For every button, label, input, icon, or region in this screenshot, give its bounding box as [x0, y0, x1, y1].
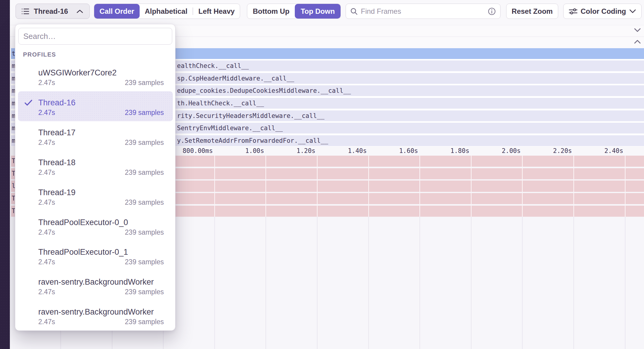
gridline — [368, 193, 369, 204]
reset-zoom-button[interactable]: Reset Zoom — [506, 4, 558, 19]
profile-duration: 2.47s — [38, 228, 55, 237]
segment-option-left-heavy[interactable]: Left Heavy — [193, 4, 240, 19]
chevron-down-icon[interactable] — [634, 28, 641, 34]
profile-duration: 2.47s — [38, 138, 55, 147]
toolbar: Thread-16 Call OrderAlphabeticalLeft Hea… — [10, 0, 644, 25]
gridline — [573, 168, 574, 179]
profile-item-Thread-16[interactable]: Thread-162.47s239 samples — [18, 91, 173, 121]
gridline — [471, 168, 471, 179]
gridline — [522, 168, 523, 179]
list-icon — [21, 7, 30, 15]
gridline — [471, 206, 471, 217]
profile-name: Thread-18 — [38, 157, 76, 168]
gridline — [573, 206, 574, 217]
find-frames-input[interactable] — [346, 4, 500, 19]
profiles-search-input[interactable] — [18, 28, 172, 45]
axis-tick-label: 1.00s — [245, 146, 264, 156]
gridline — [368, 217, 369, 349]
profile-item-Thread-18[interactable]: Thread-182.47s239 samples — [18, 151, 173, 181]
axis-tick-label: 1.80s — [451, 146, 469, 156]
profile-item-Thread-17[interactable]: Thread-172.47s239 samples — [18, 121, 173, 151]
axis-tick-label: 2.00s — [502, 146, 521, 156]
gridline — [265, 206, 266, 217]
gridline — [625, 206, 625, 217]
frame-label: edupe_cookies.DedupeCookiesMiddleware.__… — [177, 85, 351, 96]
gridline — [368, 168, 369, 179]
thread-selector-button[interactable]: Thread-16 — [16, 4, 90, 19]
profile-samples: 239 samples — [125, 138, 164, 147]
axis-tick-label: 800.00ms — [183, 146, 213, 156]
profiles-dropdown-panel: PROFILES uWSGIWorker7Core22.47s239 sampl… — [15, 24, 176, 331]
profile-name: ThreadPoolExecutor-0_1 — [38, 246, 128, 258]
gridline — [317, 217, 318, 349]
profile-duration: 2.47s — [38, 317, 55, 326]
segment-option-call-order[interactable]: Call Order — [94, 4, 140, 19]
segment-option-bottom-up[interactable]: Bottom Up — [247, 4, 295, 19]
gridline — [573, 193, 574, 204]
profiles-section-label: PROFILES — [23, 51, 56, 58]
profile-samples: 239 samples — [125, 257, 164, 266]
profile-name: raven-sentry.BackgroundWorker — [38, 306, 154, 318]
axis-tick-label: 1.20s — [297, 146, 315, 156]
profile-item-uWSGIWorker7Core2[interactable]: uWSGIWorker7Core22.47s239 samples — [18, 61, 173, 91]
color-coding-button[interactable]: Color Coding — [563, 4, 642, 19]
profile-name: Thread-19 — [38, 187, 76, 198]
gridline — [265, 217, 266, 349]
gridline — [317, 156, 318, 167]
gridline — [265, 180, 266, 192]
gridline — [471, 156, 471, 167]
gridline — [419, 217, 420, 349]
gridline — [214, 168, 215, 179]
profile-samples: 239 samples — [125, 287, 164, 296]
color-coding-label: Color Coding — [581, 7, 626, 16]
profile-duration: 2.47s — [38, 108, 55, 117]
gridline — [522, 206, 523, 217]
sort-mode-control: Call OrderAlphabeticalLeft Heavy — [94, 4, 240, 19]
chevron-up-icon[interactable] — [634, 39, 641, 45]
gridline — [214, 193, 215, 204]
profile-item-ThreadPoolExecutor-0_1[interactable]: ThreadPoolExecutor-0_12.47s239 samples — [18, 241, 173, 271]
profiles-search-field[interactable] — [19, 32, 172, 41]
profile-item-ThreadPoolExecutor-0_0[interactable]: ThreadPoolExecutor-0_02.47s239 samples — [18, 211, 173, 241]
gridline — [419, 180, 420, 192]
gridline — [368, 206, 369, 217]
gridline — [471, 193, 471, 204]
segment-option-top-down[interactable]: Top Down — [295, 4, 341, 19]
gridline — [419, 193, 420, 204]
gridline — [522, 193, 523, 204]
profile-duration: 2.47s — [38, 168, 55, 177]
profile-name: Thread-17 — [38, 127, 76, 138]
gridline — [625, 217, 625, 349]
left-rail — [0, 0, 10, 349]
profile-samples: 239 samples — [125, 198, 164, 207]
axis-tick-label: 2.20s — [553, 146, 572, 156]
chevron-down-icon — [629, 9, 636, 13]
profile-duration: 2.47s — [38, 287, 55, 296]
profile-name: uWSGIWorker7Core2 — [38, 67, 117, 78]
gridline — [317, 193, 318, 204]
profile-samples: 239 samples — [125, 228, 164, 237]
gridline — [625, 193, 625, 204]
profile-samples: 239 samples — [125, 317, 164, 326]
profile-item-raven-sentry.BackgroundWorker[interactable]: raven-sentry.BackgroundWorker2.47s239 sa… — [18, 271, 173, 301]
segment-option-alphabetical[interactable]: Alphabetical — [140, 4, 193, 19]
gridline — [573, 180, 574, 192]
search-icon — [350, 7, 358, 15]
frame-label: y.SetRemoteAddrFromForwardedFor.__call__ — [177, 135, 328, 146]
check-icon — [24, 99, 33, 107]
direction-control: Bottom UpTop Down — [247, 4, 341, 19]
profile-item-raven-sentry.BackgroundWorker[interactable]: raven-sentry.BackgroundWorker2.47s239 sa… — [18, 301, 173, 330]
gridline — [522, 156, 523, 167]
gridline — [471, 180, 471, 192]
profile-item-Thread-19[interactable]: Thread-192.47s239 samples — [18, 181, 173, 211]
profile-duration: 2.47s — [38, 78, 55, 87]
profile-name: Thread-16 — [38, 97, 76, 108]
info-icon[interactable] — [488, 7, 496, 16]
gridline — [419, 206, 420, 217]
gridline — [265, 168, 266, 179]
find-frames-field[interactable] — [361, 7, 488, 16]
gridline — [265, 193, 266, 204]
profile-duration: 2.47s — [38, 198, 55, 207]
frame-label: rity.SecurityHeadersMiddleware.__call__ — [177, 110, 324, 121]
gridline — [265, 156, 266, 167]
